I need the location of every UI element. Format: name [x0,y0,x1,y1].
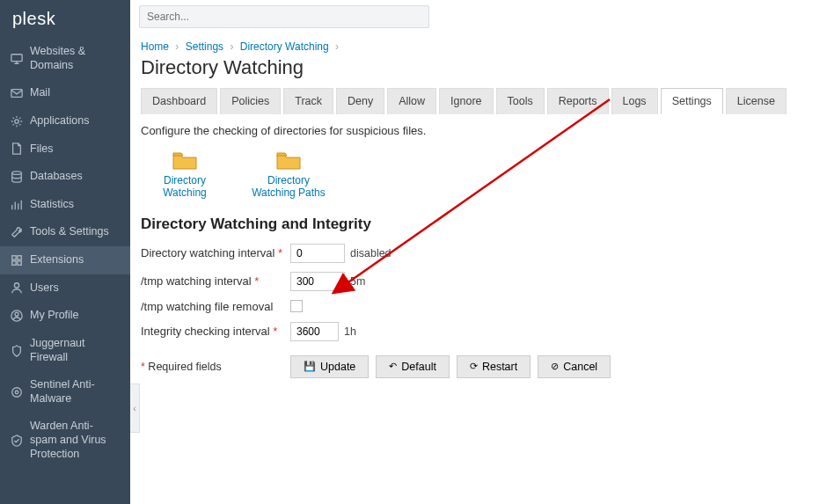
sidebar-item-label: Mail [30,86,50,100]
sidebar-item-users[interactable]: Users [0,274,130,303]
svg-rect-6 [12,261,16,265]
svg-point-11 [12,388,22,398]
sidebar-item-statistics[interactable]: Statistics [0,191,130,219]
svg-rect-5 [18,256,21,259]
field-label: Directory watching interval * [141,246,290,259]
svg-point-8 [14,283,18,288]
tile-directory-watching[interactable]: Directory Watching [141,150,229,200]
field-tmp-interval: /tmp watching interval * 5m [141,272,809,291]
stats-icon [11,199,23,211]
default-button[interactable]: ↶Default [376,355,450,378]
sidebar-item-applications[interactable]: Applications [0,107,130,135]
tab-dashboard[interactable]: Dashboard [141,88,217,114]
sidebar-item-label: Applications [30,114,89,128]
restart-icon: ⟳ [470,361,478,372]
svg-rect-7 [18,261,21,265]
mail-icon [11,87,23,99]
update-button[interactable]: 💾Update [290,355,369,378]
tab-allow[interactable]: Allow [387,88,436,114]
svg-rect-4 [12,256,16,259]
chevron-right-icon: › [332,40,342,53]
firewall-icon [11,345,23,357]
sidebar-item-sentinel[interactable]: Sentinel Anti-Malware [0,371,130,413]
content: Home › Settings › Directory Watching › D… [130,33,827,504]
sidebar-item-label: Juggernaut Firewall [30,337,120,364]
dw-interval-input[interactable] [290,244,345,263]
folder-icon [275,150,302,171]
sidebar-item-label: Extensions [30,253,84,267]
breadcrumb: Home › Settings › Directory Watching › [141,40,809,53]
svg-point-2 [15,120,18,123]
breadcrumb-link[interactable]: Directory Watching [240,40,329,53]
sidebar-item-label: Statistics [30,198,74,212]
sidebar-item-label: Files [30,142,53,157]
sidebar-item-my-profile[interactable]: My Profile [0,302,130,330]
tab-reports[interactable]: Reports [547,88,609,114]
description: Configure the checking of directories fo… [141,124,809,137]
file-icon [11,142,23,155]
tmp-interval-input[interactable] [290,272,345,291]
sidebar-item-mail[interactable]: Mail [0,79,130,107]
sidebar-item-label: Websites & Domains [30,45,120,72]
extensions-icon [11,254,23,267]
sidebar-item-extensions[interactable]: Extensions [0,246,130,274]
sidebar-item-label: Databases [30,170,83,184]
brand-logo: plesk [0,0,130,38]
sidebar-item-label: Sentinel Anti-Malware [30,378,120,405]
tile-directory-watching-paths[interactable]: Directory Watching Paths [245,150,333,200]
chevron-right-icon: › [172,40,182,53]
search-input[interactable] [139,5,429,28]
monitor-icon [11,53,23,65]
field-dw-interval: Directory watching interval * disabled [141,244,809,263]
folder-icon [172,150,198,171]
sidebar-item-files[interactable]: Files [0,135,130,164]
svg-point-10 [15,312,18,316]
tab-tools[interactable]: Tools [496,88,545,114]
field-suffix: 1h [344,325,356,338]
tab-deny[interactable]: Deny [336,88,384,114]
tmp-removal-checkbox[interactable] [290,300,303,312]
save-icon: 💾 [304,361,316,372]
section-title: Directory Watching and Integrity [141,215,809,233]
field-label: /tmp watching file removal [141,300,290,313]
icon-row: Directory Watching Directory Watching Pa… [141,150,809,200]
sidebar-item-label: My Profile [30,309,79,323]
sidebar-item-tools-settings[interactable]: Tools & Settings [0,218,130,246]
restart-button[interactable]: ⟳Restart [457,355,531,378]
svg-point-3 [12,172,22,175]
tab-license[interactable]: License [726,88,787,114]
sentinel-icon [11,386,23,398]
wrench-icon [11,226,23,238]
integrity-interval-input[interactable] [290,322,339,341]
required-asterisk: * [278,246,282,259]
field-tmp-removal: /tmp watching file removal [141,300,809,313]
sidebar-collapse-handle[interactable]: ‹ [130,383,140,433]
breadcrumb-link[interactable]: Home [141,40,169,53]
cancel-button[interactable]: ⊘Cancel [538,355,611,378]
tile-label: Directory Watching [141,174,229,200]
breadcrumb-link[interactable]: Settings [186,40,223,53]
sidebar-item-label: Warden Anti-spam and Virus Protection [30,420,120,461]
tab-logs[interactable]: Logs [611,88,658,114]
cancel-icon: ⊘ [551,361,559,372]
sidebar-item-label: Users [30,281,59,296]
tab-ignore[interactable]: Ignore [439,88,493,114]
profile-icon [11,310,23,322]
required-asterisk: * [273,325,277,338]
required-asterisk: * [254,274,259,288]
sidebar-item-warden[interactable]: Warden Anti-spam and Virus Protection [0,413,130,468]
sidebar-item-websites[interactable]: Websites & Domains [0,38,130,79]
chevron-right-icon: › [226,40,237,53]
sidebar-item-juggernaut[interactable]: Juggernaut Firewall [0,330,130,371]
sidebar-item-databases[interactable]: Databases [0,163,130,191]
undo-icon: ↶ [389,361,397,372]
tab-settings[interactable]: Settings [661,88,723,114]
topbar [130,0,827,33]
tab-policies[interactable]: Policies [220,88,281,114]
main-area: Home › Settings › Directory Watching › D… [130,0,827,504]
database-icon [11,171,23,183]
sidebar-item-label: Tools & Settings [30,225,109,239]
tab-track[interactable]: Track [283,88,333,114]
sidebar: plesk Websites & Domains Mail Applicatio… [0,0,130,504]
field-integrity-interval: Integrity checking interval * 1h [141,322,809,341]
